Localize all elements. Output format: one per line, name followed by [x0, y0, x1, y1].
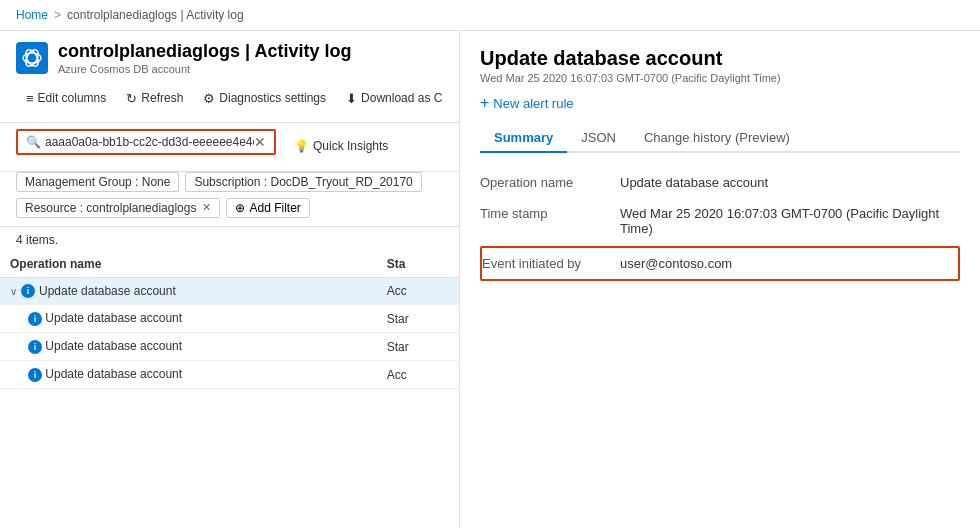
left-panel: controlplanediaglogs | Activity log Azur…: [0, 31, 460, 528]
panel-header: controlplanediaglogs | Activity log Azur…: [0, 31, 459, 123]
right-panel: Update database account Wed Mar 25 2020 …: [460, 31, 980, 528]
table-cell-operation-child3: i Update database account: [0, 361, 377, 389]
filter-management-group-label: Management Group : None: [25, 175, 170, 189]
add-filter-icon: ⊕: [235, 201, 245, 215]
row-expand: ∨ i Update database account: [10, 284, 176, 298]
add-filter-label: Add Filter: [249, 201, 300, 215]
activity-table: Operation name Sta ∨ i Update database a…: [0, 251, 459, 390]
search-row: 🔍 ✕ 💡 Quick Insights: [16, 129, 443, 163]
lightbulb-icon: 💡: [294, 139, 309, 153]
panel-title-row: controlplanediaglogs | Activity log Azur…: [16, 41, 443, 75]
panel-title-text: controlplanediaglogs | Activity log Azur…: [58, 41, 351, 75]
timestamp-label: Time stamp: [480, 198, 620, 244]
tabs: Summary JSON Change history (Preview): [480, 124, 960, 153]
edit-columns-button[interactable]: ≡ Edit columns: [16, 87, 116, 110]
cosmos-db-icon: [16, 42, 48, 74]
tab-json[interactable]: JSON: [567, 124, 630, 153]
event-initiated-row: Event initiated by user@contoso.com: [480, 246, 960, 281]
download-icon: ⬇: [346, 91, 357, 106]
table-cell-status-parent: Acc: [377, 277, 459, 305]
search-box: 🔍 ✕: [16, 129, 276, 155]
detail-field-timestamp: Time stamp Wed Mar 25 2020 16:07:03 GMT-…: [480, 198, 960, 244]
info-icon: i: [28, 312, 42, 326]
table-cell-status-child3: Acc: [377, 361, 459, 389]
info-icon: i: [28, 368, 42, 382]
col-status: Sta: [377, 251, 459, 278]
timestamp-value: Wed Mar 25 2020 16:07:03 GMT-0700 (Pacif…: [620, 198, 960, 244]
detail-field-operation: Operation name Update database account: [480, 167, 960, 198]
add-filter-button[interactable]: ⊕ Add Filter: [226, 198, 309, 218]
info-icon: i: [21, 284, 35, 298]
tab-change-history[interactable]: Change history (Preview): [630, 124, 804, 153]
edit-columns-label: Edit columns: [38, 91, 107, 105]
refresh-button[interactable]: ↻ Refresh: [116, 87, 193, 110]
breadcrumb-sep: >: [54, 8, 61, 22]
search-input[interactable]: [45, 135, 254, 149]
download-label: Download as C: [361, 91, 442, 105]
table-row[interactable]: i Update database account Star: [0, 333, 459, 361]
breadcrumb-home[interactable]: Home: [16, 8, 48, 22]
quick-insights-label: Quick Insights: [313, 139, 388, 153]
diagnostics-icon: ⚙: [203, 91, 215, 106]
download-button[interactable]: ⬇ Download as C: [336, 87, 452, 110]
refresh-icon: ↻: [126, 91, 137, 106]
table-row[interactable]: i Update database account Acc: [0, 361, 459, 389]
filter-resource[interactable]: Resource : controlplanediaglogs ✕: [16, 198, 220, 218]
panel-title: controlplanediaglogs | Activity log: [58, 41, 351, 63]
table-cell-operation-child2: i Update database account: [0, 333, 377, 361]
table-area: Operation name Sta ∨ i Update database a…: [0, 251, 459, 528]
table-row[interactable]: i Update database account Star: [0, 305, 459, 333]
panel-subtitle: Azure Cosmos DB account: [58, 63, 351, 75]
filters-row: Management Group : None Subscription : D…: [0, 172, 459, 227]
operation-name-child3: Update database account: [45, 367, 182, 381]
diagnostics-button[interactable]: ⚙ Diagnostics settings: [193, 87, 336, 110]
operation-name-value: Update database account: [620, 167, 960, 198]
detail-title: Update database account: [480, 47, 960, 70]
filter-resource-remove[interactable]: ✕: [202, 201, 211, 214]
breadcrumb-current: controlplanediaglogs | Activity log: [67, 8, 244, 22]
operation-name-child1: Update database account: [45, 311, 182, 325]
operation-name-label: Operation name: [480, 167, 620, 198]
columns-icon: ≡: [26, 91, 34, 106]
table-header-row: Operation name Sta: [0, 251, 459, 278]
toolbar: ≡ Edit columns ↻ Refresh ⚙ Diagnostics s…: [16, 81, 443, 116]
detail-subtitle: Wed Mar 25 2020 16:07:03 GMT-0700 (Pacif…: [480, 72, 960, 84]
filter-subscription-label: Subscription : DocDB_Tryout_RD_20170: [194, 175, 412, 189]
operation-name-parent: Update database account: [39, 284, 176, 298]
table-cell-operation: ∨ i Update database account: [0, 277, 377, 305]
new-alert-label: New alert rule: [493, 96, 573, 111]
event-initiated-value: user@contoso.com: [620, 248, 732, 279]
operation-name-child2: Update database account: [45, 339, 182, 353]
breadcrumb: Home > controlplanediaglogs | Activity l…: [0, 0, 980, 31]
diagnostics-label: Diagnostics settings: [219, 91, 326, 105]
table-cell-operation-child1: i Update database account: [0, 305, 377, 333]
main-container: controlplanediaglogs | Activity log Azur…: [0, 31, 980, 528]
info-icon: i: [28, 340, 42, 354]
plus-icon: +: [480, 94, 489, 112]
table-cell-status-child2: Star: [377, 333, 459, 361]
search-icon: 🔍: [26, 135, 41, 149]
chevron-down-icon: ∨: [10, 286, 17, 297]
search-area: 🔍 ✕ 💡 Quick Insights: [0, 123, 459, 172]
refresh-label: Refresh: [141, 91, 183, 105]
quick-insights-button[interactable]: 💡 Quick Insights: [286, 135, 396, 157]
table-cell-status-child1: Star: [377, 305, 459, 333]
detail-fields: Operation name Update database account T…: [480, 167, 960, 244]
col-operation-name: Operation name: [0, 251, 377, 278]
filter-resource-label: Resource : controlplanediaglogs: [25, 201, 196, 215]
table-row[interactable]: ∨ i Update database account Acc: [0, 277, 459, 305]
event-initiated-label: Event initiated by: [482, 248, 620, 279]
filter-subscription[interactable]: Subscription : DocDB_Tryout_RD_20170: [185, 172, 421, 192]
search-clear-icon[interactable]: ✕: [254, 134, 266, 150]
items-count: 4 items.: [0, 227, 459, 251]
tab-summary[interactable]: Summary: [480, 124, 567, 153]
new-alert-rule-button[interactable]: + New alert rule: [480, 94, 574, 112]
filter-management-group[interactable]: Management Group : None: [16, 172, 179, 192]
